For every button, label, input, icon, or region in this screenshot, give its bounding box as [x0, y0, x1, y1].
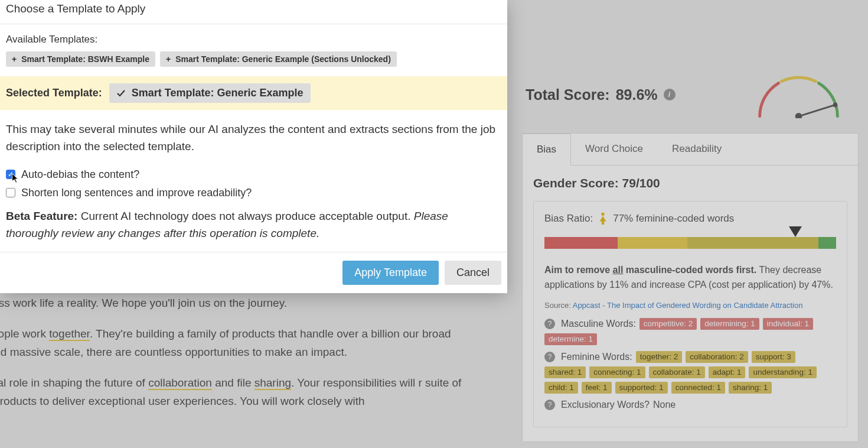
word-tag[interactable]: determining: 1	[700, 318, 759, 330]
word-tag[interactable]: shared: 1	[544, 366, 586, 378]
check-icon	[116, 89, 126, 98]
shorten-checkbox[interactable]	[6, 188, 15, 197]
word-tag[interactable]: individual: 1	[763, 318, 813, 330]
tab-readability[interactable]: Readability	[658, 134, 736, 165]
bias-ratio-row: Bias Ratio: 77% feminine-coded words	[544, 212, 836, 225]
word-tag[interactable]: sharing: 1	[729, 382, 772, 394]
total-score-value: 89.6%	[616, 86, 658, 103]
svg-point-2	[833, 103, 838, 108]
word-tag[interactable]: supported: 1	[615, 382, 668, 394]
word-tag[interactable]: connecting: 1	[589, 366, 645, 378]
plus-icon: +	[166, 54, 171, 64]
word-tag[interactable]: child: 1	[544, 382, 578, 394]
cursor-icon	[11, 173, 19, 184]
word-tag[interactable]: collaborate: 1	[649, 366, 705, 378]
plus-icon: +	[12, 54, 17, 64]
word-tag[interactable]: competitive: 2	[639, 318, 697, 330]
word-tag[interactable]: determine: 1	[544, 333, 597, 345]
svg-line-1	[799, 105, 836, 116]
shorten-label: Shorten long sentences and improve reada…	[21, 187, 252, 199]
available-templates-label: Available Templates:	[6, 34, 501, 46]
gender-score: Gender Score: 79/100	[533, 176, 847, 190]
modal-title: Choose a Template to Apply	[0, 0, 507, 24]
total-score-title: Total Score: 89.6% i	[526, 86, 676, 103]
word-tag[interactable]: connected: 1	[671, 382, 725, 394]
help-icon[interactable]: ?	[544, 352, 555, 362]
feminine-words-row: ? Feminine Words: together: 2collaborati…	[544, 351, 836, 394]
word-tag[interactable]: collaboration: 2	[686, 351, 748, 363]
masculine-words-row: ? Masculine Words: competitive: 2determi…	[544, 318, 836, 345]
word-tag[interactable]: adapt: 1	[709, 366, 746, 378]
bias-ratio-bar	[544, 237, 836, 249]
template-modal: Choose a Template to Apply Available Tem…	[0, 0, 507, 293]
help-icon[interactable]: ?	[544, 400, 555, 410]
info-icon[interactable]: i	[664, 89, 676, 100]
person-icon	[598, 212, 608, 225]
word-tag[interactable]: understanding: 1	[749, 366, 817, 378]
score-gauge	[753, 71, 844, 118]
explain-text: This may take several minutes while our …	[6, 121, 501, 155]
template-chip-bswh[interactable]: + Smart Template: BSWH Example	[6, 51, 155, 67]
total-score-label: Total Score:	[526, 86, 610, 103]
aim-recommendation: Aim to remove all masculine-coded words …	[544, 263, 836, 293]
word-tag[interactable]: together: 2	[636, 351, 683, 363]
svg-point-3	[601, 213, 605, 216]
tab-word-choice[interactable]: Word Choice	[571, 134, 658, 165]
word-tag[interactable]: support: 3	[752, 351, 795, 363]
analysis-tabs: Bias Word Choice Readability	[523, 134, 858, 165]
tab-bias[interactable]: Bias	[522, 134, 571, 165]
exclusionary-words-row: ? Exclusionary Words? None	[544, 400, 836, 410]
beta-feature-note: Beta Feature: Current AI technology does…	[6, 207, 501, 242]
bias-marker-icon	[789, 226, 802, 237]
cancel-button[interactable]: Cancel	[445, 261, 501, 285]
word-tag[interactable]: feel: 1	[582, 382, 612, 394]
source-line: Source: Appcast - The Impact of Gendered…	[544, 301, 836, 310]
job-description-text: nd seamless work life a reality. We hope…	[0, 294, 490, 423]
selected-template-label: Selected Template:	[6, 87, 102, 99]
help-icon[interactable]: ?	[544, 319, 555, 329]
source-link[interactable]: Appcast - The Impact of Gendered Wording…	[573, 301, 803, 310]
apply-template-button[interactable]: Apply Template	[342, 261, 439, 285]
template-chip-generic-unlocked[interactable]: + Smart Template: Generic Example (Secti…	[160, 51, 397, 67]
selected-template-chip[interactable]: Smart Template: Generic Example	[109, 83, 311, 103]
auto-debias-label: Auto-debias the content?	[21, 168, 139, 181]
